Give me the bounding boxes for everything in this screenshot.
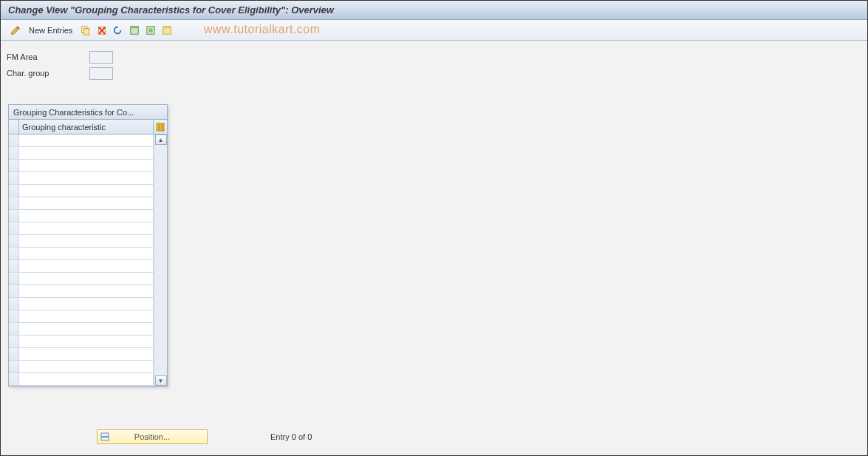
char-group-label: Char. group — [7, 69, 89, 78]
delete-icon[interactable] — [95, 23, 109, 38]
table-row — [9, 235, 154, 248]
row-selector[interactable] — [9, 336, 19, 347]
table-cell[interactable] — [19, 348, 154, 360]
row-selector[interactable] — [9, 172, 19, 184]
table-header-row: Grouping characteristic — [9, 120, 167, 135]
fm-area-field[interactable] — [89, 51, 113, 64]
table-cell[interactable] — [19, 135, 154, 146]
watermark-text: www.tutorialkart.com — [204, 23, 321, 36]
table-cell[interactable] — [19, 185, 154, 197]
table-row — [9, 135, 154, 147]
table-cell[interactable] — [19, 273, 154, 285]
position-label: Position... — [134, 432, 170, 441]
table-row — [9, 147, 154, 160]
row-selector[interactable] — [9, 348, 19, 360]
row-selector[interactable] — [9, 210, 19, 222]
table-cell[interactable] — [19, 373, 154, 385]
row-selector[interactable] — [9, 373, 19, 385]
table-row — [9, 323, 154, 336]
vertical-scrollbar[interactable]: ▲ ▼ — [154, 135, 167, 386]
row-selector[interactable] — [9, 248, 19, 259]
table-control: Grouping Characteristics for Co... Group… — [8, 104, 168, 387]
table-cell[interactable] — [19, 361, 154, 372]
svg-rect-13 — [163, 123, 164, 131]
pencil-icon[interactable] — [8, 23, 23, 38]
footer-area: Position... Entry 0 of 0 — [1, 429, 867, 452]
row-selector[interactable] — [9, 147, 19, 159]
table-row — [9, 248, 154, 260]
table-cell[interactable] — [19, 172, 154, 184]
table-cell[interactable] — [19, 197, 154, 209]
table-cell[interactable] — [19, 260, 154, 272]
table-row — [9, 210, 154, 222]
title-bar: Change View "Grouping Characteristics fo… — [1, 1, 867, 20]
row-selector[interactable] — [9, 185, 19, 197]
page-title: Change View "Grouping Characteristics fo… — [8, 4, 334, 16]
row-selector[interactable] — [9, 222, 19, 234]
new-entries-button[interactable]: New Entries — [24, 23, 77, 38]
table-row — [9, 348, 154, 361]
svg-rect-6 — [131, 26, 139, 28]
table-cell[interactable] — [19, 248, 154, 259]
row-selector[interactable] — [9, 273, 19, 285]
position-icon — [100, 432, 110, 442]
row-selector[interactable] — [9, 235, 19, 247]
table-cell[interactable] — [19, 336, 154, 347]
table-cell[interactable] — [19, 285, 154, 297]
table-cell[interactable] — [19, 210, 154, 222]
svg-rect-10 — [163, 26, 171, 28]
entry-count-text: Entry 0 of 0 — [270, 432, 312, 441]
table-row — [9, 222, 154, 235]
svg-rect-11 — [157, 123, 159, 131]
table-cell[interactable] — [19, 235, 154, 247]
select-all-icon[interactable] — [127, 23, 142, 38]
table-row — [9, 336, 154, 348]
table-cell[interactable] — [19, 147, 154, 159]
row-selector[interactable] — [9, 323, 19, 335]
row-selector[interactable] — [9, 160, 19, 171]
table-cell[interactable] — [19, 323, 154, 335]
table-row — [9, 285, 154, 298]
table-row — [9, 160, 154, 172]
application-toolbar: New Entries www.tutorialkart.com — [1, 20, 867, 41]
table-row — [9, 172, 154, 185]
table-row — [9, 373, 154, 386]
row-selector[interactable] — [9, 260, 19, 272]
table-cell[interactable] — [19, 310, 154, 322]
fm-area-label: FM Area — [7, 52, 89, 61]
undo-icon[interactable] — [111, 23, 126, 38]
row-selector[interactable] — [9, 197, 19, 209]
column-header[interactable]: Grouping characteristic — [19, 120, 154, 134]
row-selector[interactable] — [9, 310, 19, 322]
row-selector[interactable] — [9, 285, 19, 297]
copy-icon[interactable] — [78, 23, 93, 38]
table-settings-icon[interactable] — [154, 120, 167, 134]
svg-rect-1 — [84, 28, 89, 35]
char-group-field[interactable] — [89, 67, 113, 80]
svg-rect-8 — [149, 28, 153, 32]
row-selector[interactable] — [9, 135, 19, 146]
position-button[interactable]: Position... — [97, 429, 208, 444]
table-row — [9, 260, 154, 273]
deselect-all-icon[interactable] — [160, 23, 174, 38]
svg-rect-12 — [160, 123, 162, 131]
table-cell[interactable] — [19, 298, 154, 310]
table-row — [9, 185, 154, 197]
table-row — [9, 310, 154, 323]
row-selector[interactable] — [9, 361, 19, 372]
select-block-icon[interactable] — [143, 23, 158, 38]
table-title: Grouping Characteristics for Co... — [9, 105, 167, 120]
selection-fields: FM Area Char. group — [1, 41, 867, 81]
scroll-down-icon[interactable]: ▼ — [155, 375, 167, 386]
table-cell[interactable] — [19, 160, 154, 171]
row-selector[interactable] — [9, 298, 19, 310]
table-row — [9, 298, 154, 310]
table-cell[interactable] — [19, 222, 154, 234]
scroll-up-icon[interactable]: ▲ — [155, 135, 167, 145]
table-row — [9, 361, 154, 373]
table-row — [9, 273, 154, 285]
row-selector-header[interactable] — [9, 120, 19, 134]
svg-rect-15 — [101, 436, 109, 438]
table-row — [9, 197, 154, 210]
